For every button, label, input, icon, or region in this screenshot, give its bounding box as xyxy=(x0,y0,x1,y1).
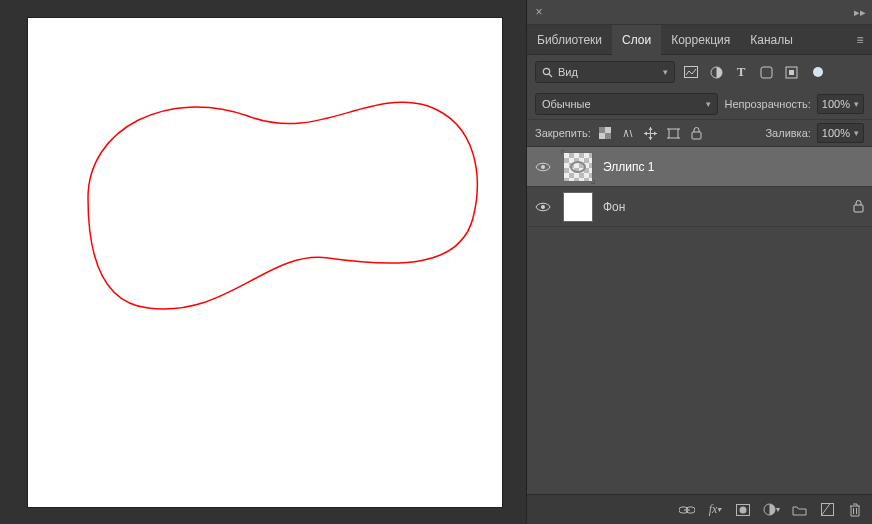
svg-rect-9 xyxy=(605,127,611,133)
panel-tabs: Библиотеки Слои Коррекция Каналы ≡ xyxy=(527,25,872,55)
filter-adjust-icon[interactable] xyxy=(708,64,724,80)
lock-row: Закрепить: Заливка: 100% ▾ xyxy=(527,119,872,147)
layer-thumbnail[interactable] xyxy=(563,192,593,222)
svg-marker-14 xyxy=(649,137,653,140)
trash-icon[interactable] xyxy=(846,501,864,519)
tab-adjustments[interactable]: Коррекция xyxy=(661,25,740,55)
svg-point-27 xyxy=(740,506,747,513)
svg-marker-16 xyxy=(654,131,657,135)
filter-row: Вид ▾ T xyxy=(527,55,872,89)
chevron-down-icon: ▾ xyxy=(854,128,859,138)
chevron-down-icon: ▾ xyxy=(854,99,859,109)
fx-icon[interactable]: fx▾ xyxy=(706,501,724,519)
app: × ▸▸ Библиотеки Слои Коррекция Каналы ≡ … xyxy=(0,0,872,524)
layer-thumbnail[interactable] xyxy=(563,152,593,182)
layer-row[interactable]: Эллипс 1 xyxy=(527,147,872,187)
svg-marker-13 xyxy=(649,127,653,130)
layers-list: Эллипс 1 Фон xyxy=(527,147,872,494)
shape-path[interactable] xyxy=(28,18,502,507)
visibility-icon[interactable] xyxy=(535,201,553,213)
lock-pixels-icon[interactable] xyxy=(620,125,636,141)
blend-row: Обычные ▾ Непрозрачность: 100% ▾ xyxy=(527,89,872,119)
collapse-icon[interactable]: ▸▸ xyxy=(848,6,872,19)
close-icon[interactable]: × xyxy=(527,5,551,19)
fill-value: 100% xyxy=(822,127,850,139)
mask-icon[interactable] xyxy=(734,501,752,519)
layer-row[interactable]: Фон xyxy=(527,187,872,227)
svg-rect-8 xyxy=(605,133,611,139)
opacity-input[interactable]: 100% ▾ xyxy=(817,94,864,114)
svg-line-1 xyxy=(549,74,552,77)
tab-libraries[interactable]: Библиотеки xyxy=(527,25,612,55)
tab-layers[interactable]: Слои xyxy=(612,25,661,55)
side-panel: × ▸▸ Библиотеки Слои Коррекция Каналы ≡ … xyxy=(526,0,872,524)
filter-text-icon[interactable]: T xyxy=(733,64,749,80)
svg-point-23 xyxy=(541,165,545,169)
svg-rect-4 xyxy=(761,67,772,78)
filter-smart-icon[interactable] xyxy=(783,64,799,80)
svg-rect-10 xyxy=(599,133,605,139)
filter-type-icons: T xyxy=(683,64,799,80)
side-header: × ▸▸ xyxy=(527,0,872,25)
opacity-label: Непрозрачность: xyxy=(724,98,810,110)
tab-channels[interactable]: Каналы xyxy=(740,25,803,55)
chevron-down-icon: ▾ xyxy=(663,67,668,77)
svg-marker-15 xyxy=(644,131,647,135)
svg-rect-17 xyxy=(669,129,678,138)
svg-point-24 xyxy=(541,205,545,209)
filter-kind-label: Вид xyxy=(558,66,578,78)
lock-artboard-icon[interactable] xyxy=(666,125,682,141)
panel-menu-icon[interactable]: ≡ xyxy=(848,33,872,47)
canvas-area xyxy=(0,0,526,524)
filter-pixel-icon[interactable] xyxy=(683,64,699,80)
filter-toggle-dot[interactable] xyxy=(813,67,823,77)
layer-name[interactable]: Эллипс 1 xyxy=(603,160,654,174)
filter-shape-icon[interactable] xyxy=(758,64,774,80)
blend-mode-select[interactable]: Обычные ▾ xyxy=(535,93,718,115)
svg-rect-22 xyxy=(692,132,701,139)
search-icon xyxy=(542,67,553,78)
layer-name[interactable]: Фон xyxy=(603,200,625,214)
adjustment-icon[interactable]: ▾ xyxy=(762,501,780,519)
svg-rect-6 xyxy=(789,70,794,75)
visibility-icon[interactable] xyxy=(535,161,553,173)
lock-label: Закрепить: xyxy=(535,127,591,139)
blend-mode-label: Обычные xyxy=(542,98,591,110)
svg-rect-7 xyxy=(599,127,605,133)
opacity-value: 100% xyxy=(822,98,850,110)
svg-rect-25 xyxy=(854,205,863,212)
svg-point-0 xyxy=(543,68,549,74)
chevron-down-icon: ▾ xyxy=(706,99,711,109)
lock-all-icon[interactable] xyxy=(689,125,705,141)
lock-position-icon[interactable] xyxy=(643,125,659,141)
new-layer-icon[interactable] xyxy=(818,501,836,519)
svg-rect-2 xyxy=(685,67,698,78)
fill-label: Заливка: xyxy=(765,127,810,139)
link-icon[interactable] xyxy=(678,501,696,519)
fill-input[interactable]: 100% ▾ xyxy=(817,123,864,143)
panel-footer: fx▾ ▾ xyxy=(527,494,872,524)
lock-icon xyxy=(853,200,864,213)
canvas[interactable] xyxy=(28,18,502,507)
group-icon[interactable] xyxy=(790,501,808,519)
filter-kind-select[interactable]: Вид ▾ xyxy=(535,61,675,83)
lock-transparent-icon[interactable] xyxy=(597,125,613,141)
